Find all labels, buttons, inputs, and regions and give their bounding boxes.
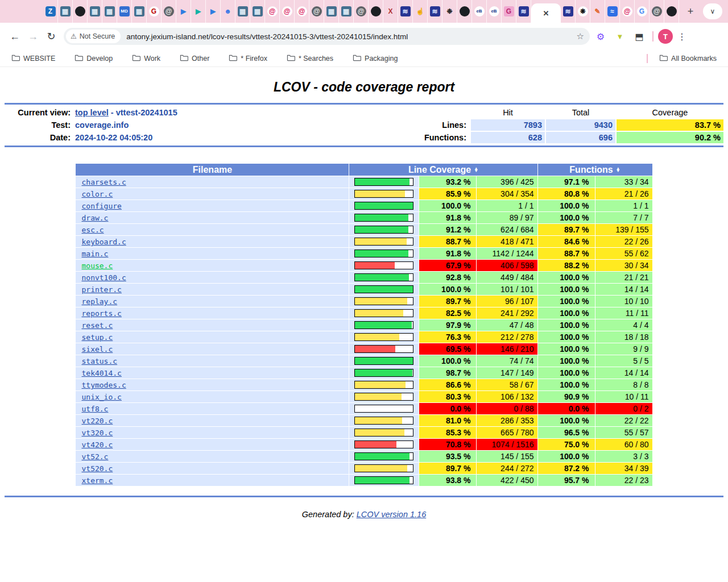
bookmark-folder-work[interactable]: Work xyxy=(126,52,166,65)
sort-updown-icon[interactable]: ▲▼ xyxy=(616,168,621,173)
address-bar[interactable]: ⚠ Not Secure antony.jexium-island.net/lc… xyxy=(64,28,590,45)
file-link[interactable]: status.c xyxy=(81,357,117,365)
pinned-tab-debian-swirl[interactable]: @ xyxy=(280,0,295,23)
lcov-version-link[interactable]: LCOV version 1.16 xyxy=(357,510,427,519)
profile-avatar[interactable]: T xyxy=(658,29,673,44)
file-link[interactable]: color.c xyxy=(81,190,113,198)
extension-gear-icon[interactable]: ⚙ xyxy=(592,28,609,45)
extension-funnel-icon[interactable]: ▼ xyxy=(611,28,628,45)
pinned-tab-letter-g-red[interactable]: G xyxy=(147,0,162,23)
pinned-tab-debian-swirl[interactable]: @ xyxy=(620,0,635,23)
pinned-tab-tile-pattern[interactable]: ▦ xyxy=(250,0,265,23)
bookmark-star-icon[interactable]: ☆ xyxy=(574,31,586,41)
file-link[interactable]: keyboard.c xyxy=(81,238,126,246)
pinned-tab-play-triangle[interactable]: ▶ xyxy=(176,0,191,23)
extensions-puzzle-icon[interactable]: ⬒ xyxy=(631,28,648,45)
pinned-tab-waves[interactable]: ≋ xyxy=(428,0,442,23)
pinned-tab-bee[interactable]: ❉ xyxy=(442,0,457,23)
file-link[interactable]: tek4014.c xyxy=(81,369,121,377)
new-tab-button[interactable]: + xyxy=(682,3,698,19)
pinned-tab-google-play[interactable]: ▶ xyxy=(191,0,206,23)
file-link[interactable]: configure xyxy=(81,202,121,210)
sort-updown-icon[interactable]: ▲▼ xyxy=(474,168,478,173)
pinned-tab-waves[interactable]: ≋ xyxy=(516,0,531,23)
pinned-tab-tile-pattern[interactable]: ▦ xyxy=(339,0,354,23)
file-link[interactable]: unix_io.c xyxy=(81,393,121,401)
pinned-tab-tile-pattern[interactable]: ▦ xyxy=(58,0,73,23)
pinned-tab-debian-swirl[interactable]: @ xyxy=(295,0,309,23)
file-link[interactable]: vt52.c xyxy=(81,452,108,461)
pinned-tab-github[interactable] xyxy=(369,0,383,23)
tab-search-chevron-button[interactable]: ∨ xyxy=(703,3,722,19)
pinned-tab-letter-g-pink[interactable]: G xyxy=(502,0,516,23)
line-coverage-column-header[interactable]: Line Coverage▲▼ xyxy=(349,164,537,176)
file-link[interactable]: vt320.c xyxy=(81,429,113,437)
top-level-link[interactable]: top level xyxy=(75,108,109,117)
file-link[interactable]: replay.c xyxy=(81,297,117,306)
file-link[interactable]: draw.c xyxy=(81,214,108,222)
pinned-tab-globe-spiral[interactable]: @ xyxy=(309,0,324,23)
pinned-tab-eb-letters[interactable]: eB xyxy=(487,0,502,23)
pinned-tab-zulip[interactable]: Z xyxy=(43,0,58,23)
file-link[interactable]: printer.c xyxy=(81,285,121,294)
file-link[interactable]: vt520.c xyxy=(81,464,113,473)
pinned-tab-github[interactable] xyxy=(664,0,679,23)
bookmark-folder-other[interactable]: Other xyxy=(174,52,215,65)
file-link[interactable]: reset.c xyxy=(81,321,113,330)
file-link[interactable]: ttymodes.c xyxy=(81,381,126,389)
url-text[interactable]: antony.jexium-island.net/lcov-results/vt… xyxy=(126,32,574,41)
pinned-tab-debian-swirl[interactable]: @ xyxy=(265,0,280,23)
pinned-tab-globe-spiral[interactable]: @ xyxy=(650,0,664,23)
pinned-tab-people-group[interactable]: ☻ xyxy=(221,0,235,23)
close-tab-icon[interactable]: ✕ xyxy=(543,9,549,18)
file-link[interactable]: vt420.c xyxy=(81,440,113,449)
bookmark-folder-packaging[interactable]: Packaging xyxy=(347,52,403,65)
pinned-tab-globe-spiral[interactable]: @ xyxy=(162,0,176,23)
file-link[interactable]: nonvt100.c xyxy=(81,273,126,282)
forward-button[interactable]: → xyxy=(24,27,42,45)
file-link[interactable]: xterm.c xyxy=(81,476,113,485)
file-link[interactable]: esc.c xyxy=(81,226,104,234)
pinned-tab-xterm-x-logo[interactable]: X xyxy=(383,0,398,23)
functions-column-header[interactable]: Functions▲▼ xyxy=(538,164,652,176)
browser-menu-icon[interactable]: ⋮ xyxy=(673,31,691,42)
pinned-tab-tile-pattern[interactable]: ▦ xyxy=(102,0,117,23)
all-bookmarks-button[interactable]: All Bookmarks xyxy=(653,52,722,65)
file-link[interactable]: sixel.c xyxy=(81,345,113,354)
pinned-tab-tile-pattern[interactable]: ▦ xyxy=(88,0,102,23)
file-link[interactable]: vt220.c xyxy=(81,417,113,425)
bookmark-folder-develop[interactable]: Develop xyxy=(69,52,118,65)
file-link[interactable]: charsets.c xyxy=(81,178,126,186)
filename-column-header[interactable]: Filename xyxy=(76,164,349,176)
pinned-tab-markdown[interactable]: MD xyxy=(117,0,132,23)
pinned-tab-pulse[interactable]: ≈ xyxy=(605,0,620,23)
pinned-tab-fly[interactable]: ❋ xyxy=(576,0,590,23)
active-tab[interactable]: ✕ xyxy=(531,3,561,23)
pinned-tab-tile-pattern[interactable]: ▦ xyxy=(235,0,250,23)
pinned-tab-waves[interactable]: ≋ xyxy=(398,0,413,23)
back-button[interactable]: ← xyxy=(6,27,24,45)
pinned-tab-google-g[interactable]: G xyxy=(635,0,650,23)
pinned-tab-github[interactable] xyxy=(73,0,88,23)
pinned-tab-globe-spiral[interactable]: @ xyxy=(354,0,369,23)
pinned-tab-play-triangle[interactable]: ▶ xyxy=(206,0,221,23)
file-link[interactable]: utf8.c xyxy=(81,405,108,413)
reload-button[interactable]: ↻ xyxy=(42,27,60,45)
pinned-tab-waves[interactable]: ≋ xyxy=(561,0,576,23)
pinned-tab-pen[interactable]: ✎ xyxy=(590,0,605,23)
file-link[interactable]: reports.c xyxy=(81,309,121,318)
security-chip[interactable]: ⚠ Not Secure xyxy=(66,30,121,43)
bookmark-folder--searches[interactable]: * Searches xyxy=(281,52,339,65)
pinned-tab-tile-pattern[interactable]: ▦ xyxy=(132,0,147,23)
page-title: LCOV - code coverage report xyxy=(5,73,723,103)
file-link[interactable]: setup.c xyxy=(81,333,113,342)
bookmark-folder-website[interactable]: WEBSITE xyxy=(6,52,61,65)
pinned-tab-hand[interactable]: ☝ xyxy=(413,0,428,23)
pinned-tab-tile-pattern[interactable]: ▦ xyxy=(324,0,339,23)
coverage-bar-cell xyxy=(349,463,419,474)
bookmark-folder--firefox[interactable]: * Firefox xyxy=(223,52,273,65)
file-link[interactable]: mouse.c xyxy=(81,261,113,270)
pinned-tab-github[interactable] xyxy=(457,0,472,23)
file-link[interactable]: main.c xyxy=(81,250,108,258)
pinned-tab-eb-letters[interactable]: eB xyxy=(472,0,487,23)
